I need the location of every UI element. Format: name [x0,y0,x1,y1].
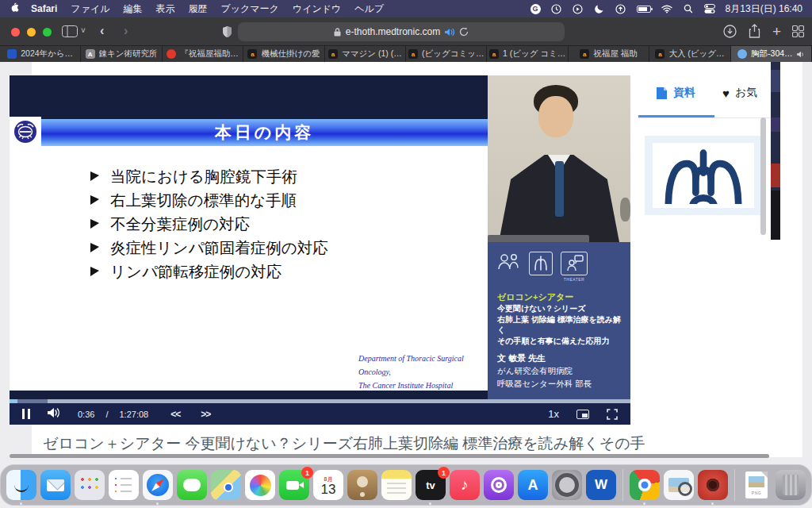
horizontal-scrollbar[interactable] [10,454,769,458]
dock-music-icon[interactable]: ♪ [450,470,480,500]
battery-icon[interactable] [637,6,651,13]
dock-reminders-icon[interactable] [109,470,139,500]
dock-calendar-icon[interactable]: 8月13 [313,470,343,500]
dock-contacts-icon[interactable] [347,470,377,500]
tab-amazon-1[interactable]: a機械仕掛けの愛 [243,46,324,62]
menu-file[interactable]: ファイル [71,2,109,16]
tab-favorites[interactable]: ♥ お気 [722,86,757,100]
playback-speed-button[interactable]: 1x [548,408,559,420]
tabs-divider [638,117,771,118]
play-circle-icon[interactable] [573,3,584,14]
dock-png-file-icon[interactable]: PNG [741,470,772,500]
reload-icon[interactable] [459,27,469,37]
forward-button[interactable]: › [124,24,128,38]
theater-icon [561,252,588,275]
moon-icon[interactable] [594,3,605,14]
menu-bookmarks[interactable]: ブックマーク [220,2,278,16]
dock-facetime-icon[interactable]: 1 [279,470,309,500]
spotlight-icon[interactable] [683,3,694,14]
clock-icon[interactable] [551,3,562,14]
wifi-icon[interactable] [661,3,672,14]
tab-kyobu-active[interactable]: 胸部-304… [731,46,812,62]
volume-button[interactable] [48,407,60,421]
g-status-icon[interactable]: G [530,4,541,14]
downloads-icon[interactable] [723,25,737,41]
sidebar-chevron-icon[interactable]: ˅ [81,26,86,35]
amazon-favicon: a [655,49,665,59]
presenter-tie [555,161,564,217]
tab-amazon-3[interactable]: a(ビッグコミッ… [406,46,487,62]
arrow-bullet-icon [90,171,99,181]
slide-video-area: 本日の内容 当院における胸腔鏡下手術 右上葉切除の標準的な手順 不全分葉症例の対… [10,75,488,399]
tab-amazon-6[interactable]: a大入 (ビッグ… [649,46,730,62]
tab-amazon-2[interactable]: aママジン (1) (… [325,46,406,62]
dock-trash-icon[interactable] [776,470,806,500]
dock-photo-booth-icon[interactable] [698,470,728,500]
slide-top-band [10,75,488,119]
video-page-title: ゼロコン＋シアター 今更聞けない？シリーズ右肺上葉切除編 標準治療を読み解くその… [43,433,645,454]
sbi-favicon [7,49,17,59]
video-player[interactable]: 本日の内容 当院における胸腔鏡下手術 右上葉切除の標準的な手順 不全分葉症例の対… [10,75,630,425]
fullscreen-button[interactable] [607,409,618,420]
slide-banner-title: 本日の内容 [41,119,488,146]
menu-safari[interactable]: Safari [31,3,57,14]
dock-photos-icon[interactable] [245,470,275,500]
control-center-icon[interactable] [704,3,715,14]
audio-playing-icon[interactable] [445,28,454,37]
forward-button[interactable]: >> [201,409,210,420]
pause-button[interactable] [22,409,30,419]
zoom-window-button[interactable] [43,28,52,37]
menu-history[interactable]: 履歴 [188,2,207,16]
apple-menu-icon[interactable] [10,2,20,16]
dock-launchpad-icon[interactable] [75,470,105,500]
back-button[interactable]: ‹ [100,24,104,38]
sidebar-toggle-icon[interactable] [62,25,78,40]
dock-app-store-icon[interactable]: A [518,470,548,500]
tab-materials[interactable]: 資料 [656,86,695,100]
menu-bar-clock[interactable]: 8月13日(日) 16:40 [726,2,802,16]
privacy-shield-icon[interactable] [222,25,232,41]
tab-shukufukuya[interactable]: 『祝福屋福助… [163,46,243,62]
dock-mail-icon[interactable] [40,470,71,500]
rewind-button[interactable]: << [170,409,180,420]
tab-renkin[interactable]: A錬キン術研究所 [81,46,162,62]
slide-bullet: 不全分葉症例の対応 [90,212,328,236]
dock-messages-icon[interactable] [177,470,207,500]
dock-finder-icon[interactable] [6,470,36,500]
dock-apple-tv-icon[interactable]: tv1 [416,470,446,500]
a-favicon: A [86,49,95,59]
dock-system-settings-icon[interactable] [552,470,582,500]
dock-word-icon[interactable]: W [586,470,616,500]
menu-window[interactable]: ウインドウ [293,2,341,16]
dock-maps-icon[interactable] [211,470,241,500]
minimize-window-button[interactable] [27,28,36,37]
menu-help[interactable]: ヘルプ [354,2,384,16]
shortcuts-icon[interactable] [615,3,626,14]
menu-view[interactable]: 表示 [155,2,174,16]
arrow-bullet-icon [90,267,99,276]
picture-in-picture-button[interactable] [576,410,589,419]
material-thumbnail-card[interactable] [645,136,765,215]
tab-sbi[interactable]: 2024年から… [0,46,81,62]
menu-edit[interactable]: 編集 [123,2,142,16]
url-text: e-thoth.medtronic.com [346,26,440,37]
theater-caption: THEATER [564,277,584,282]
lecture-title-line: 今更聞けない？シリーズ [497,303,622,314]
clipped-page-column [771,62,780,240]
dock-notes-icon[interactable] [381,470,412,500]
address-bar[interactable]: e-thoth.medtronic.com [238,22,565,41]
dock-chrome-icon[interactable] [630,470,660,500]
tab-overview-icon[interactable] [792,25,804,40]
tab-amazon-4[interactable]: a1 (ビッグ コミ… [487,46,568,62]
close-window-button[interactable] [11,28,20,37]
share-icon[interactable] [749,24,760,41]
sidebar-scrollbar[interactable] [760,117,766,235]
dock-safari-icon[interactable] [143,470,173,500]
dock-podcasts-icon[interactable] [484,470,514,500]
new-tab-icon[interactable]: + [772,23,781,40]
dock-preview-icon[interactable] [664,470,694,500]
heart-icon: ♥ [722,87,730,100]
tab-amazon-5[interactable]: a祝福屋 福助 [569,46,649,62]
tab-audio-icon[interactable] [797,51,805,58]
lungs-thumbnail [653,143,754,208]
